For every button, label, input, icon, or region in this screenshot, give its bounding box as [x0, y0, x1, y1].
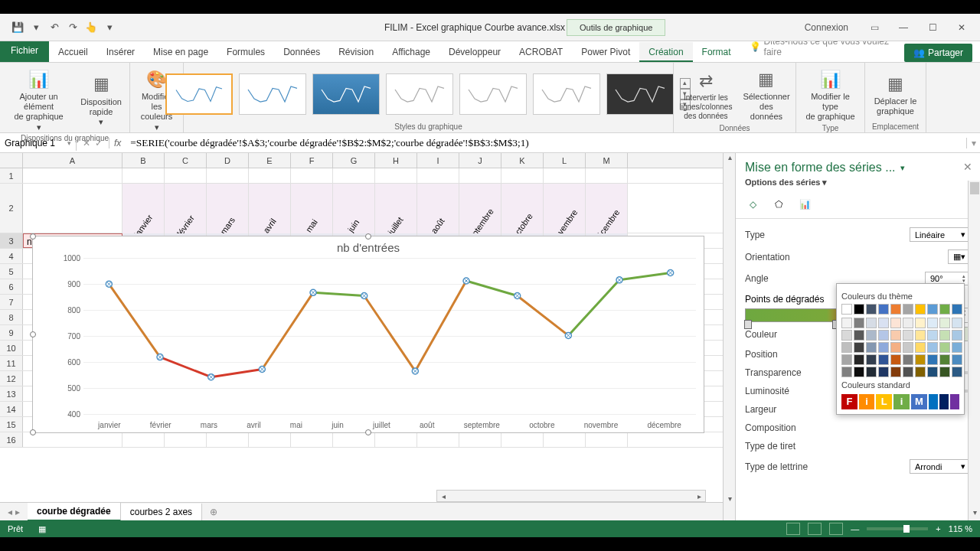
color-swatch[interactable]: [890, 342, 901, 353]
vertical-scrollbar[interactable]: ▴ ▾: [723, 153, 735, 520]
row-header[interactable]: 5: [0, 264, 23, 279]
zoom-out-button[interactable]: —: [851, 524, 859, 533]
row-header[interactable]: 8: [0, 310, 23, 324]
dropdown-icon[interactable]: ▾: [29, 21, 43, 34]
color-swatch[interactable]: [890, 318, 901, 328]
color-swatch[interactable]: [952, 330, 962, 341]
tab-data[interactable]: Données: [274, 42, 329, 62]
col-header[interactable]: H: [375, 153, 417, 168]
chart-style-2[interactable]: [239, 73, 306, 115]
chart-style-4[interactable]: [386, 73, 453, 115]
page-layout-view-button[interactable]: [808, 523, 822, 535]
row-header[interactable]: 11: [0, 356, 23, 370]
cell[interactable]: mars: [207, 184, 249, 233]
worksheet[interactable]: ABCDEFGHIJKLM 12janvierfévriermarsavrilm…: [0, 153, 723, 520]
col-header[interactable]: F: [291, 153, 333, 168]
color-swatch[interactable]: [952, 342, 962, 353]
color-swatch[interactable]: [841, 318, 852, 328]
cell[interactable]: août: [417, 184, 459, 233]
series-options-icon[interactable]: 📊: [797, 197, 812, 212]
color-swatch[interactable]: [915, 318, 926, 328]
type-select[interactable]: Linéaire▾: [910, 227, 971, 242]
pane-scrollbar[interactable]: ▴ ▾: [968, 181, 980, 520]
cell[interactable]: [23, 432, 122, 447]
tab-developer[interactable]: Développeur: [439, 42, 510, 62]
color-swatch[interactable]: [841, 304, 852, 315]
color-swatch[interactable]: [854, 367, 864, 377]
ribbon-options-icon[interactable]: ▭: [867, 22, 882, 33]
color-swatch[interactable]: [952, 367, 962, 377]
tab-powerpivot[interactable]: Power Pivot: [572, 42, 639, 62]
color-swatch[interactable]: [866, 318, 877, 328]
move-chart-button[interactable]: ▦ Déplacer le graphique: [871, 70, 920, 118]
col-header[interactable]: I: [417, 153, 459, 168]
tab-home[interactable]: Accueil: [49, 42, 97, 62]
color-swatch[interactable]: [927, 318, 938, 328]
cell[interactable]: [291, 432, 333, 447]
col-header[interactable]: D: [207, 153, 249, 168]
minimize-icon[interactable]: —: [896, 22, 911, 33]
close-pane-icon[interactable]: ✕: [963, 161, 972, 173]
color-swatch[interactable]: [903, 354, 913, 365]
cell[interactable]: [586, 432, 628, 447]
color-swatch[interactable]: [927, 330, 938, 341]
embedded-chart[interactable]: nb d'entrées 4005006007008009001000 janv…: [32, 236, 704, 433]
color-swatch[interactable]: [841, 342, 852, 353]
color-swatch[interactable]: [927, 367, 938, 377]
add-chart-element-button[interactable]: 📊 Ajouter un élément de graphique▾: [5, 66, 73, 134]
color-swatch[interactable]: [927, 304, 938, 315]
sheet-nav[interactable]: ◂▸: [0, 507, 28, 517]
cell[interactable]: [417, 168, 459, 183]
col-header[interactable]: A: [23, 153, 122, 168]
tab-design[interactable]: Création: [639, 42, 692, 62]
color-swatch[interactable]: [903, 318, 913, 328]
col-header[interactable]: B: [122, 153, 165, 168]
zoom-level[interactable]: 115 %: [949, 524, 972, 533]
cell[interactable]: [375, 168, 417, 183]
cell[interactable]: [122, 432, 165, 447]
cell[interactable]: [544, 432, 586, 447]
cell[interactable]: [23, 168, 122, 183]
cell[interactable]: avril: [249, 184, 291, 233]
name-box[interactable]: Graphique 1▾: [0, 135, 77, 151]
cell[interactable]: [122, 168, 165, 183]
col-header[interactable]: M: [586, 153, 628, 168]
row-header[interactable]: 2: [0, 184, 23, 233]
cell[interactable]: [23, 184, 122, 233]
sheet-tab-2[interactable]: courbes 2 axes: [121, 504, 202, 520]
color-swatch[interactable]: [939, 354, 950, 365]
cap-type-select[interactable]: Arrondi▾: [910, 459, 971, 474]
cell[interactable]: [249, 168, 291, 183]
cell[interactable]: [207, 432, 249, 447]
color-swatch[interactable]: [903, 342, 913, 353]
cell[interactable]: [165, 432, 207, 447]
color-swatch[interactable]: [854, 304, 864, 315]
tab-layout[interactable]: Mise en page: [144, 42, 217, 62]
pane-subtitle[interactable]: Options des séries ▾: [745, 178, 971, 187]
color-swatch[interactable]: [878, 354, 889, 365]
normal-view-button[interactable]: [786, 523, 800, 535]
row-header[interactable]: 7: [0, 295, 23, 309]
color-swatch[interactable]: [952, 318, 962, 328]
row-header[interactable]: 10: [0, 341, 23, 355]
switch-row-col-button[interactable]: ⇄ Intervertir les lignes/colonnes des do…: [676, 67, 735, 122]
cell[interactable]: [249, 432, 291, 447]
chart-style-7[interactable]: [606, 73, 674, 115]
sheet-tab-1[interactable]: courbe dégradée: [28, 503, 121, 521]
color-swatch[interactable]: [854, 354, 864, 365]
row-header[interactable]: 1: [0, 168, 23, 183]
change-chart-type-button[interactable]: 📊 Modifier le type de graphique: [801, 66, 860, 124]
row-header[interactable]: 12: [0, 371, 23, 386]
color-swatch[interactable]: [890, 304, 901, 315]
color-swatch[interactable]: [866, 330, 877, 341]
undo-icon[interactable]: ↶: [47, 21, 61, 34]
color-swatch[interactable]: [841, 330, 852, 341]
zoom-slider[interactable]: [867, 527, 928, 530]
cell[interactable]: février: [165, 184, 207, 233]
row-header[interactable]: 4: [0, 249, 23, 263]
page-break-view-button[interactable]: [829, 523, 843, 535]
cell[interactable]: [207, 168, 249, 183]
color-swatch[interactable]: [841, 367, 852, 377]
cell[interactable]: novembre: [544, 184, 586, 233]
color-swatch[interactable]: [854, 342, 864, 353]
